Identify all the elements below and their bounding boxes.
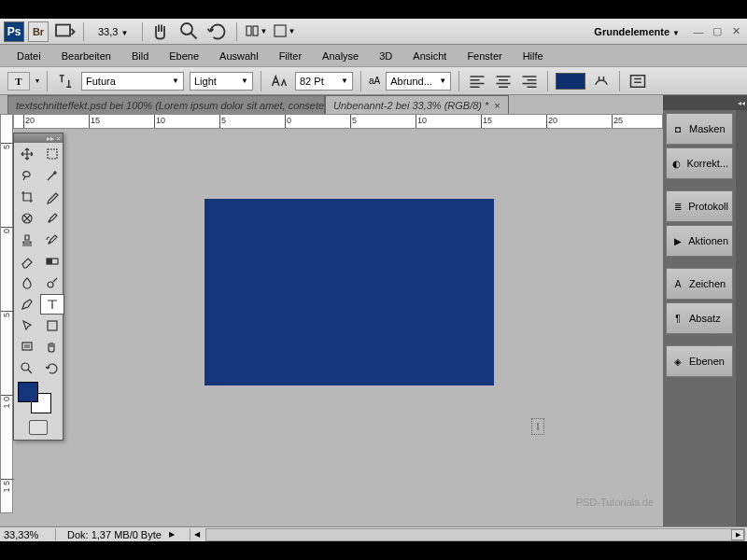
masken-icon: ◘: [670, 122, 685, 135]
status-document-info[interactable]: Dok: 1,37 MB/0 Byte▶: [56, 529, 190, 540]
eraser-tool[interactable]: [15, 251, 39, 272]
zoom-tool-button[interactable]: [177, 21, 202, 42]
wand-tool[interactable]: [40, 165, 64, 186]
menu-bearbeiten[interactable]: Bearbeiten: [52, 48, 120, 64]
quick-mask-button[interactable]: [14, 415, 63, 440]
maximize-button[interactable]: ▢: [710, 24, 725, 39]
menu-ansicht[interactable]: Ansicht: [403, 48, 456, 64]
ps-logo[interactable]: Ps: [4, 21, 24, 42]
align-left-button[interactable]: [467, 72, 487, 91]
tools-panel-header[interactable]: ▸▸×: [14, 133, 63, 143]
font-size-select[interactable]: 82 Pt▼: [295, 72, 353, 91]
menu-auswahl[interactable]: Auswahl: [210, 48, 268, 64]
zeichen-icon: A: [670, 277, 685, 290]
arrange-docs-button[interactable]: ▼: [244, 21, 268, 42]
status-zoom[interactable]: 33,33%: [0, 529, 56, 540]
screen-mode-button[interactable]: [52, 21, 77, 42]
document-tab[interactable]: textschnitteffekt.psd bei 100% (Lorem ip…: [7, 95, 325, 114]
panel-masken[interactable]: ◘Masken: [666, 113, 733, 145]
history-brush-tool[interactable]: [40, 230, 64, 250]
move-tool[interactable]: [15, 144, 39, 164]
zoom-level[interactable]: 33,3 ▼: [91, 26, 135, 37]
dodge-tool[interactable]: [40, 273, 64, 293]
panel-strip: ◂◂: [736, 95, 747, 526]
zoom-tool[interactable]: [15, 358, 39, 379]
font-family-select[interactable]: Futura▼: [81, 72, 184, 91]
panel-aktionen[interactable]: ▶Aktionen: [666, 225, 733, 257]
text-color-swatch[interactable]: [556, 73, 585, 90]
foreground-color[interactable]: [18, 382, 38, 402]
svg-point-10: [48, 282, 53, 287]
menu-fenster[interactable]: Fenster: [458, 48, 511, 64]
vertical-ruler[interactable]: 5051 01 5: [0, 114, 13, 513]
healing-tool[interactable]: [15, 208, 39, 229]
minimize-button[interactable]: —: [691, 24, 706, 39]
align-right-button[interactable]: [519, 72, 540, 91]
menu-bild[interactable]: Bild: [122, 48, 158, 64]
hand-tool-button[interactable]: [149, 21, 174, 42]
align-center-button[interactable]: [493, 72, 514, 91]
type-tool[interactable]: [40, 294, 64, 315]
bridge-button[interactable]: Br: [28, 21, 49, 42]
tools-panel[interactable]: ▸▸×: [13, 133, 63, 441]
hand-tool[interactable]: [40, 337, 64, 357]
current-tool-indicator[interactable]: T: [7, 72, 30, 91]
workspace-switcher[interactable]: Grundelemente ▼: [586, 26, 687, 37]
expand-panels-icon[interactable]: ◂◂: [736, 95, 747, 110]
status-bar: 33,33% Dok: 1,37 MB/0 Byte▶ ◀ ▶: [0, 526, 747, 541]
panel-ebenen[interactable]: ◈Ebenen: [666, 345, 733, 377]
svg-rect-5: [631, 75, 645, 87]
scroll-left-icon[interactable]: ◀: [190, 530, 204, 539]
warp-text-button[interactable]: [591, 72, 612, 91]
menu-ebene[interactable]: Ebene: [160, 48, 208, 64]
document-tab-active[interactable]: Unbenannt-2 bei 33,3% (RGB/8) *×: [325, 95, 509, 114]
rotate-view-button[interactable]: [205, 21, 230, 42]
aktionen-icon: ▶: [670, 234, 684, 247]
rotate-tool[interactable]: [40, 358, 64, 379]
horizontal-scrollbar[interactable]: ▶: [205, 528, 745, 541]
pen-tool[interactable]: [15, 294, 39, 315]
screen-mode-dd-button[interactable]: ▼: [272, 21, 296, 42]
panel-label: Absatz: [689, 313, 721, 324]
rectangle-shape[interactable]: [204, 199, 494, 385]
collapse-icon[interactable]: ▸▸: [47, 134, 54, 143]
eyedropper-tool[interactable]: [40, 187, 64, 207]
panel-label: Zeichen: [689, 278, 726, 289]
panel-absatz[interactable]: ¶Absatz: [666, 302, 733, 334]
gradient-tool[interactable]: [40, 251, 64, 272]
menu-hilfe[interactable]: Hilfe: [514, 48, 553, 64]
path-select-tool[interactable]: [15, 315, 39, 336]
panel-label: Aktionen: [688, 235, 728, 246]
canvas[interactable]: I PSD-Tutorials.de: [13, 129, 663, 513]
close-button[interactable]: ✕: [728, 24, 743, 39]
lasso-tool[interactable]: [15, 165, 39, 186]
horizontal-ruler[interactable]: 20151050510152025: [13, 114, 663, 129]
crop-tool[interactable]: [15, 187, 39, 207]
character-panel-button[interactable]: [627, 72, 648, 91]
svg-rect-3: [253, 26, 258, 35]
blur-tool[interactable]: [15, 273, 39, 293]
right-panel-dock: ◘Masken◐Korrekt...≣Protokoll▶AktionenAZe…: [663, 95, 736, 526]
stamp-tool[interactable]: [15, 230, 39, 250]
scroll-right-button[interactable]: ▶: [731, 529, 744, 540]
brush-tool[interactable]: [40, 208, 64, 229]
font-style-select[interactable]: Light▼: [190, 72, 253, 91]
menu-analyse[interactable]: Analyse: [313, 48, 368, 64]
font-size-icon: [269, 72, 289, 91]
tab-close-icon[interactable]: ×: [494, 100, 500, 111]
korrekturen-icon: ◐: [670, 157, 683, 170]
panel-protokoll[interactable]: ≣Protokoll: [666, 190, 733, 222]
menu-3d[interactable]: 3D: [370, 48, 402, 64]
text-orientation-button[interactable]: [55, 72, 76, 91]
menu-filter[interactable]: Filter: [270, 48, 311, 64]
notes-tool[interactable]: [15, 337, 39, 357]
antialias-select[interactable]: Abrund...▼: [386, 72, 451, 91]
panel-korrekturen[interactable]: ◐Korrekt...: [666, 147, 733, 179]
panel-zeichen[interactable]: AZeichen: [666, 268, 733, 300]
panel-label: Protokoll: [688, 201, 728, 212]
color-picker[interactable]: [14, 380, 63, 415]
marquee-tool[interactable]: [40, 144, 64, 164]
panel-close-icon[interactable]: ×: [56, 134, 61, 143]
shape-tool[interactable]: [40, 315, 64, 336]
menu-datei[interactable]: Datei: [7, 48, 50, 64]
